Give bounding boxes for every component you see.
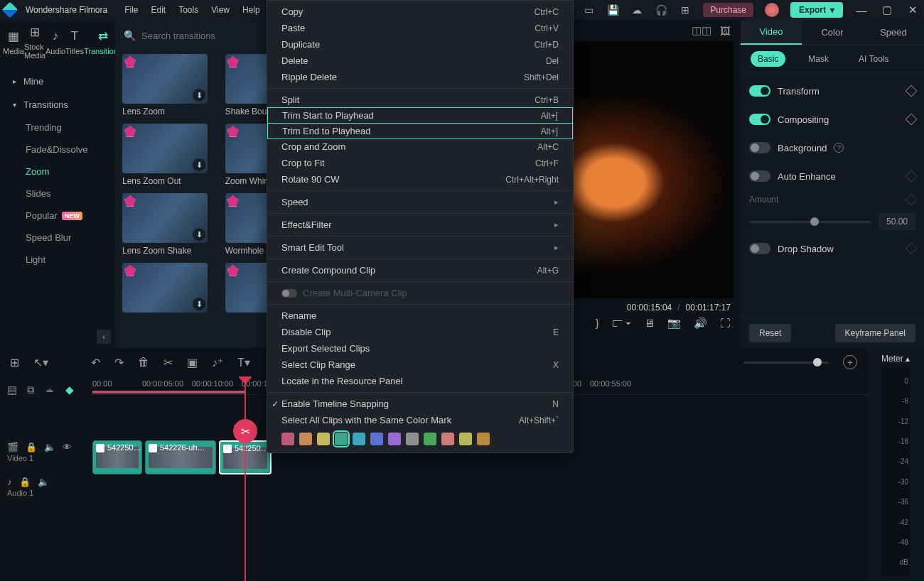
ctx-ripple-delete[interactable]: Ripple DeleteShift+Del [267, 69, 573, 85]
ctx-crop-and-zoom[interactable]: Crop and ZoomAlt+C [267, 139, 573, 155]
keyframe-diamond-icon[interactable] [906, 114, 918, 126]
color-swatch[interactable] [406, 433, 419, 445]
volume-icon[interactable]: 🔊 [694, 317, 707, 330]
keyframe-panel-button[interactable]: Keyframe Panel [835, 324, 915, 342]
window-close[interactable]: ✕ [906, 4, 920, 16]
fullscreen-icon[interactable]: ⛶ [720, 317, 731, 330]
delete-icon[interactable]: 🗑 [138, 356, 149, 369]
sidebar-sub-zoom[interactable]: Zoom [0, 161, 115, 183]
sidebar-sub-trending[interactable]: Trending [0, 116, 115, 139]
zoom-in-icon[interactable]: + [843, 355, 857, 369]
color-swatch[interactable] [370, 433, 383, 445]
toggle[interactable] [749, 114, 770, 125]
download-icon[interactable]: ⬇ [193, 158, 205, 171]
redo-icon[interactable]: ↷ [114, 356, 124, 369]
color-swatch[interactable] [353, 433, 365, 445]
ctx-create-compound-clip[interactable]: Create Compound ClipAlt+G [267, 262, 573, 278]
color-swatch[interactable] [459, 433, 472, 445]
color-swatch[interactable] [424, 433, 436, 445]
color-swatch[interactable] [388, 433, 401, 445]
sidebar-sub-light[interactable]: Light [0, 249, 115, 271]
keyframe-diamond-icon[interactable] [906, 85, 918, 97]
headphones-icon[interactable]: 🎧 [655, 4, 667, 16]
tl-link-icon[interactable]: ⧉ [27, 384, 35, 396]
playhead-scissors-icon[interactable]: ✂ [233, 419, 257, 443]
ctx-select-clip-range[interactable]: Select Clip RangeX [267, 357, 573, 373]
audio-meter-label[interactable]: Meter ▴ [881, 354, 910, 364]
tl-options-icon[interactable]: ⊞ [10, 356, 19, 369]
device-icon[interactable]: ▭ [582, 4, 595, 16]
ctx-speed[interactable]: Speed▸ [267, 194, 573, 210]
sidebar-collapse-icon[interactable]: ‹ [97, 330, 111, 344]
tl-magnet-icon[interactable]: ⫨ [45, 384, 55, 396]
ctx-select-all-clips-with-the-same-color-mark[interactable]: Select All Clips with the Same Color Mar… [267, 412, 573, 428]
window-maximize[interactable]: ▢ [880, 4, 894, 16]
user-avatar[interactable] [765, 3, 779, 17]
ctx-effect-filter[interactable]: Effect&Filter▸ [267, 217, 573, 233]
mute-icon[interactable]: 🔈 [38, 477, 49, 487]
color-swatch[interactable] [441, 433, 454, 445]
tl-track-opts-icon[interactable]: ▤ [7, 384, 17, 396]
sidebar-sub-fade-dissolve[interactable]: Fade&Dissolve [0, 139, 115, 161]
toggle[interactable] [749, 142, 770, 153]
tl-marker-icon[interactable]: ◆ [65, 384, 74, 396]
subtab-mask[interactable]: Mask [801, 51, 836, 67]
ctx-delete[interactable]: DeleteDel [267, 53, 573, 69]
toggle[interactable] [749, 85, 770, 97]
transition-thumb[interactable]: ⬇Lens Zoom [122, 54, 215, 116]
undo-icon[interactable]: ↶ [91, 356, 100, 369]
tab-speed[interactable]: Speed [863, 20, 924, 45]
download-icon[interactable]: ⬇ [193, 89, 205, 102]
transition-thumb[interactable]: ⬇Lens Zoom Shake [122, 193, 215, 256]
tool-tab-audio[interactable]: ♪Audio [45, 28, 65, 55]
ctx-duplicate[interactable]: DuplicateCtrl+D [267, 36, 573, 53]
tl-cursor-icon[interactable]: ↖▾ [33, 356, 48, 369]
tool-tab-titles[interactable]: TTitles [65, 28, 84, 55]
ctx-disable-clip[interactable]: Disable ClipE [267, 324, 573, 340]
sidebar-sub-speed-blur[interactable]: Speed Blur [0, 227, 115, 249]
sidebar-sub-popular[interactable]: PopularNEW [0, 205, 115, 227]
keyframe-diamond-icon[interactable] [906, 243, 918, 255]
transition-thumb[interactable]: ⬇Lens Zoom Out [122, 124, 215, 186]
display-icon[interactable]: 🖥 [644, 317, 655, 330]
compare-view-icon[interactable]: ◫◫ [692, 24, 711, 37]
subtab-basic[interactable]: Basic [751, 51, 785, 67]
save-icon[interactable]: 💾 [606, 4, 619, 16]
download-icon[interactable]: ⬇ [193, 298, 205, 310]
ctx-crop-to-fit[interactable]: Crop to FitCtrl+F [267, 155, 573, 171]
menu-view[interactable]: View [211, 5, 230, 15]
ctx-split[interactable]: SplitCtrl+B [267, 92, 573, 108]
ctx-copy[interactable]: CopyCtrl+C [267, 4, 573, 20]
reset-button[interactable]: Reset [749, 324, 791, 342]
sidebar-item-transitions[interactable]: Transitions [0, 93, 115, 116]
purchase-button[interactable]: Purchase [703, 3, 753, 17]
crop-icon[interactable]: ▣ [187, 356, 198, 369]
sidebar-item-mine[interactable]: Mine [0, 70, 115, 93]
split-icon[interactable]: ✂ [163, 356, 173, 369]
lock-icon[interactable]: 🔒 [19, 477, 31, 487]
window-minimize[interactable]: — [854, 4, 869, 16]
timeline-clip[interactable]: 542226-uh… [145, 440, 216, 474]
ctx-enable-timeline-snapping[interactable]: Enable Timeline SnappingN [267, 396, 573, 412]
text-edit-icon[interactable]: T▾ [237, 356, 250, 369]
zoom-slider[interactable] [743, 362, 829, 364]
menu-help[interactable]: Help [242, 5, 260, 15]
cloud-icon[interactable]: ☁ [630, 4, 643, 16]
toggle[interactable] [749, 243, 770, 254]
apps-icon[interactable]: ⊞ [679, 4, 692, 16]
ctx-trim-start-to-playhead[interactable]: Trim Start to PlayheadAlt+[ [267, 107, 573, 124]
menu-edit[interactable]: Edit [151, 5, 166, 15]
menu-file[interactable]: File [124, 5, 138, 15]
color-swatch[interactable] [281, 433, 294, 445]
snapshot-icon[interactable]: 📷 [667, 317, 681, 330]
marker-out-icon[interactable]: } [596, 317, 599, 330]
toggle[interactable] [749, 170, 770, 182]
amount-slider[interactable] [749, 221, 871, 223]
tool-tab-stock-media[interactable]: ⊞Stock Media [24, 24, 45, 60]
visibility-icon[interactable]: 👁 [63, 442, 72, 452]
color-swatch[interactable] [317, 433, 330, 445]
sidebar-sub-slides[interactable]: Slides [0, 183, 115, 205]
timeline-clip[interactable]: 542250… [92, 440, 142, 474]
amount-value[interactable]: 50.00 [879, 213, 915, 230]
color-swatch[interactable] [299, 433, 312, 445]
